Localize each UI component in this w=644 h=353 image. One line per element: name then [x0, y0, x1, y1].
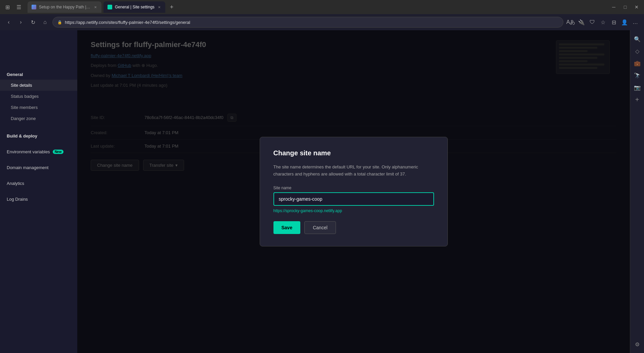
- tab-platen[interactable]: Setup on the Happy Path | Platen ✕: [28, 1, 101, 13]
- left-nav: General Site details Status badges Site …: [0, 30, 77, 353]
- back-button[interactable]: ‹: [4, 17, 13, 27]
- change-site-name-modal: Change site name The site name determine…: [260, 137, 448, 247]
- favorites-icon[interactable]: ☆: [598, 17, 608, 27]
- ext-settings-icon[interactable]: ⚙: [633, 340, 642, 349]
- modal-description: The site name determines the default URL…: [273, 164, 434, 178]
- modal-actions: Save Cancel: [273, 221, 434, 234]
- url-site: sprocky-games-coop: [286, 208, 323, 213]
- tab-netlify[interactable]: General | Site settings ✕: [103, 1, 165, 13]
- modal-title: Change site name: [273, 149, 434, 157]
- main-content: General Site details Status badges Site …: [0, 30, 644, 353]
- site-name-label: Site name: [273, 186, 434, 190]
- address-text: https://app.netlify.com/sites/fluffy-pal…: [65, 20, 190, 25]
- tab-close-netlify[interactable]: ✕: [157, 5, 161, 10]
- sidebar-item-label-status-badges: Status badges: [11, 94, 39, 99]
- sidebar-toggle-icon[interactable]: ⊟: [609, 17, 618, 27]
- nav-build-deploy-label: Build & deploy: [0, 131, 77, 141]
- ext-camera-icon[interactable]: 📷: [633, 83, 642, 92]
- tab-label-platen: Setup on the Happy Path | Platen: [39, 5, 91, 9]
- browser-icon-sidebar[interactable]: ☰: [14, 2, 24, 12]
- more-options-icon[interactable]: …: [631, 17, 640, 27]
- url-prefix: https://: [273, 208, 286, 213]
- browser-right-icons: Aあ 🔌 🛡 ☆ ⊟ 👤 …: [566, 17, 640, 27]
- url-preview: https://sprocky-games-coop.netlify.app: [273, 208, 434, 213]
- browser-icon-grid[interactable]: ⊞: [3, 2, 12, 12]
- modal-overlay: Change site name The site name determine…: [77, 30, 630, 353]
- tab-close-platen[interactable]: ✕: [93, 5, 97, 10]
- window-controls: ⊞ ☰: [3, 2, 24, 12]
- forward-button[interactable]: ›: [16, 17, 26, 27]
- sidebar-item-label-site-members: Site members: [11, 105, 38, 110]
- nav-general-label: General: [0, 69, 77, 80]
- env-vars-text: Environment variables: [7, 149, 50, 154]
- sidebar-item-site-members[interactable]: Site members: [0, 102, 77, 113]
- browser-sidebar: 🔍 ◇ 💼 🔭 📷 + ⚙: [630, 30, 644, 353]
- nav-log-drains-label: Log Drains: [0, 194, 77, 204]
- close-button[interactable]: ✕: [632, 2, 641, 12]
- user-profile-icon[interactable]: 👤: [620, 17, 629, 27]
- ext-diamond-icon[interactable]: ◇: [633, 46, 642, 56]
- sidebar-item-label-danger-zone: Danger zone: [11, 116, 36, 121]
- tab-favicon-netlify: [108, 5, 112, 9]
- sidebar-item-danger-zone[interactable]: Danger zone: [0, 113, 77, 124]
- refresh-button[interactable]: ↻: [28, 17, 38, 27]
- save-button[interactable]: Save: [273, 221, 301, 234]
- ext-add-icon[interactable]: +: [633, 95, 642, 104]
- browser-addressbar: ‹ › ↻ ⌂ 🔒 https://app.netlify.com/sites/…: [0, 14, 644, 30]
- lock-icon: 🔒: [57, 20, 62, 25]
- minimize-button[interactable]: ─: [609, 2, 618, 12]
- site-name-input[interactable]: [273, 192, 434, 206]
- nav-env-vars-label: Environment variables New: [0, 147, 77, 157]
- nav-domain-label: Domain management: [0, 162, 77, 173]
- ext-briefcase-icon[interactable]: 💼: [633, 58, 642, 68]
- address-bar[interactable]: 🔒 https://app.netlify.com/sites/fluffy-p…: [52, 17, 563, 28]
- translate-icon[interactable]: Aあ: [566, 17, 575, 27]
- home-button[interactable]: ⌂: [40, 17, 50, 27]
- ext-search-icon[interactable]: 🔍: [633, 34, 642, 44]
- tab-favicon-platen: [32, 5, 36, 9]
- browser-titlebar: ⊞ ☰ Setup on the Happy Path | Platen ✕ G…: [0, 0, 644, 14]
- url-suffix: .netlify.app: [323, 208, 342, 213]
- browser-chrome: ⊞ ☰ Setup on the Happy Path | Platen ✕ G…: [0, 0, 644, 30]
- maximize-button[interactable]: □: [620, 2, 630, 12]
- extension-icon[interactable]: 🔌: [577, 17, 586, 27]
- sidebar-item-label-site-details: Site details: [11, 83, 32, 88]
- page-area: General Site details Status badges Site …: [0, 30, 630, 353]
- nav-analytics-label: Analytics: [0, 178, 77, 189]
- sidebar-item-site-details[interactable]: Site details: [0, 80, 77, 91]
- sidebar-item-status-badges[interactable]: Status badges: [0, 91, 77, 102]
- shield-icon[interactable]: 🛡: [588, 17, 597, 27]
- tab-label-netlify: General | Site settings: [115, 5, 155, 9]
- cancel-button[interactable]: Cancel: [304, 221, 336, 234]
- new-tab-button[interactable]: +: [167, 2, 176, 12]
- ext-telescope-icon[interactable]: 🔭: [633, 71, 642, 80]
- env-vars-badge: New: [53, 150, 64, 154]
- page-background: Settings for fluffy-palmier-4e74f0 fluff…: [77, 30, 630, 353]
